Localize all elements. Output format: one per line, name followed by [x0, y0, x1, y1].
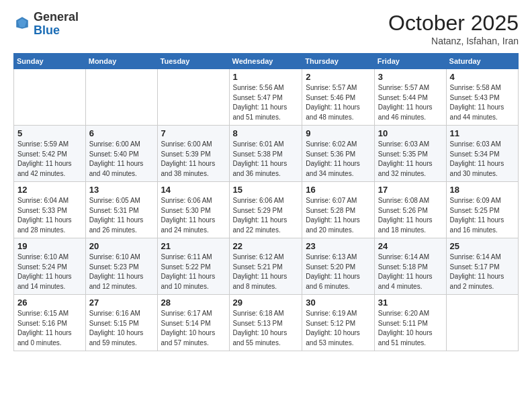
- day-info: Sunrise: 6:19 AM Sunset: 5:12 PM Dayligh…: [306, 309, 371, 348]
- col-tuesday: Tuesday: [157, 54, 229, 69]
- day-number: 10: [378, 128, 443, 138]
- calendar: Sunday Monday Tuesday Wednesday Thursday…: [13, 53, 519, 351]
- day-number: 17: [378, 185, 443, 195]
- calendar-cell: 5Sunrise: 5:59 AM Sunset: 5:42 PM Daylig…: [14, 126, 86, 182]
- calendar-cell: 30Sunrise: 6:19 AM Sunset: 5:12 PM Dayli…: [302, 295, 375, 351]
- calendar-cell: 31Sunrise: 6:20 AM Sunset: 5:11 PM Dayli…: [374, 295, 446, 351]
- day-number: 6: [89, 128, 154, 138]
- col-friday: Friday: [374, 54, 446, 69]
- calendar-cell: 16Sunrise: 6:07 AM Sunset: 5:28 PM Dayli…: [302, 182, 375, 238]
- location: Natanz, Isfahan, Iran: [388, 36, 519, 46]
- day-info: Sunrise: 6:05 AM Sunset: 5:31 PM Dayligh…: [89, 196, 154, 235]
- calendar-week-4: 19Sunrise: 6:10 AM Sunset: 5:24 PM Dayli…: [14, 238, 519, 295]
- day-info: Sunrise: 6:04 AM Sunset: 5:33 PM Dayligh…: [17, 196, 82, 235]
- day-info: Sunrise: 6:15 AM Sunset: 5:16 PM Dayligh…: [17, 309, 82, 348]
- day-info: Sunrise: 6:14 AM Sunset: 5:18 PM Dayligh…: [378, 253, 443, 291]
- day-number: 31: [378, 298, 443, 308]
- day-info: Sunrise: 6:00 AM Sunset: 5:40 PM Dayligh…: [89, 140, 154, 179]
- calendar-cell: [157, 69, 229, 126]
- day-number: 18: [450, 185, 515, 195]
- day-number: 13: [89, 185, 154, 195]
- calendar-cell: [85, 69, 157, 126]
- day-number: 5: [17, 128, 82, 138]
- day-number: 23: [306, 241, 371, 251]
- calendar-cell: 17Sunrise: 6:08 AM Sunset: 5:26 PM Dayli…: [374, 182, 446, 238]
- header: General Blue October 2025 Natanz, Isfaha…: [13, 11, 519, 46]
- calendar-cell: 22Sunrise: 6:12 AM Sunset: 5:21 PM Dayli…: [229, 238, 302, 295]
- day-number: 7: [161, 128, 226, 138]
- day-info: Sunrise: 5:59 AM Sunset: 5:42 PM Dayligh…: [17, 140, 82, 179]
- calendar-cell: 2Sunrise: 5:57 AM Sunset: 5:46 PM Daylig…: [302, 69, 375, 126]
- day-info: Sunrise: 6:18 AM Sunset: 5:13 PM Dayligh…: [233, 309, 299, 348]
- day-number: 9: [306, 128, 371, 138]
- day-info: Sunrise: 6:00 AM Sunset: 5:39 PM Dayligh…: [161, 140, 226, 179]
- calendar-cell: 3Sunrise: 5:57 AM Sunset: 5:44 PM Daylig…: [374, 69, 446, 126]
- day-number: 14: [161, 185, 226, 195]
- day-number: 8: [233, 128, 299, 138]
- calendar-cell: 24Sunrise: 6:14 AM Sunset: 5:18 PM Dayli…: [374, 238, 446, 295]
- logo: General Blue: [13, 11, 79, 38]
- day-info: Sunrise: 6:06 AM Sunset: 5:29 PM Dayligh…: [233, 196, 299, 235]
- col-thursday: Thursday: [302, 54, 375, 69]
- calendar-cell: 29Sunrise: 6:18 AM Sunset: 5:13 PM Dayli…: [229, 295, 302, 351]
- logo-general-text: General: [34, 10, 79, 24]
- calendar-cell: 28Sunrise: 6:17 AM Sunset: 5:14 PM Dayli…: [157, 295, 229, 351]
- day-info: Sunrise: 5:56 AM Sunset: 5:47 PM Dayligh…: [233, 83, 299, 122]
- day-number: 28: [161, 298, 226, 308]
- day-number: 26: [17, 298, 82, 308]
- calendar-cell: [446, 295, 518, 351]
- day-info: Sunrise: 6:20 AM Sunset: 5:11 PM Dayligh…: [378, 309, 443, 348]
- day-info: Sunrise: 5:58 AM Sunset: 5:43 PM Dayligh…: [450, 83, 515, 122]
- calendar-cell: 25Sunrise: 6:14 AM Sunset: 5:17 PM Dayli…: [446, 238, 518, 295]
- calendar-cell: 11Sunrise: 6:03 AM Sunset: 5:34 PM Dayli…: [446, 126, 518, 182]
- calendar-cell: 6Sunrise: 6:00 AM Sunset: 5:40 PM Daylig…: [85, 126, 157, 182]
- calendar-cell: [14, 69, 86, 126]
- day-info: Sunrise: 6:10 AM Sunset: 5:24 PM Dayligh…: [17, 253, 82, 291]
- calendar-cell: 23Sunrise: 6:13 AM Sunset: 5:20 PM Dayli…: [302, 238, 375, 295]
- day-number: 16: [306, 185, 371, 195]
- day-info: Sunrise: 6:01 AM Sunset: 5:38 PM Dayligh…: [233, 140, 299, 179]
- day-number: 30: [306, 298, 371, 308]
- calendar-cell: 15Sunrise: 6:06 AM Sunset: 5:29 PM Dayli…: [229, 182, 302, 238]
- day-number: 29: [233, 298, 299, 308]
- day-info: Sunrise: 6:11 AM Sunset: 5:22 PM Dayligh…: [161, 253, 226, 291]
- day-info: Sunrise: 6:16 AM Sunset: 5:15 PM Dayligh…: [89, 309, 154, 348]
- day-number: 22: [233, 241, 299, 251]
- day-number: 2: [306, 72, 371, 82]
- day-number: 24: [378, 241, 443, 251]
- day-number: 19: [17, 241, 82, 251]
- day-info: Sunrise: 6:08 AM Sunset: 5:26 PM Dayligh…: [378, 196, 443, 235]
- page: General Blue October 2025 Natanz, Isfaha…: [0, 0, 532, 411]
- calendar-cell: 1Sunrise: 5:56 AM Sunset: 5:47 PM Daylig…: [229, 69, 302, 126]
- calendar-week-2: 5Sunrise: 5:59 AM Sunset: 5:42 PM Daylig…: [14, 126, 519, 182]
- day-info: Sunrise: 6:14 AM Sunset: 5:17 PM Dayligh…: [450, 253, 515, 291]
- day-info: Sunrise: 5:57 AM Sunset: 5:44 PM Dayligh…: [378, 83, 443, 122]
- calendar-week-5: 26Sunrise: 6:15 AM Sunset: 5:16 PM Dayli…: [14, 295, 519, 351]
- day-info: Sunrise: 6:17 AM Sunset: 5:14 PM Dayligh…: [161, 309, 226, 348]
- day-info: Sunrise: 6:09 AM Sunset: 5:25 PM Dayligh…: [450, 196, 515, 235]
- calendar-cell: 14Sunrise: 6:06 AM Sunset: 5:30 PM Dayli…: [157, 182, 229, 238]
- calendar-cell: 27Sunrise: 6:16 AM Sunset: 5:15 PM Dayli…: [85, 295, 157, 351]
- col-sunday: Sunday: [14, 54, 86, 69]
- day-number: 27: [89, 298, 154, 308]
- day-info: Sunrise: 6:02 AM Sunset: 5:36 PM Dayligh…: [306, 140, 371, 179]
- calendar-week-3: 12Sunrise: 6:04 AM Sunset: 5:33 PM Dayli…: [14, 182, 519, 238]
- day-number: 3: [378, 72, 443, 82]
- day-info: Sunrise: 6:03 AM Sunset: 5:35 PM Dayligh…: [378, 140, 443, 179]
- day-number: 15: [233, 185, 299, 195]
- calendar-header-row: Sunday Monday Tuesday Wednesday Thursday…: [14, 54, 519, 69]
- day-info: Sunrise: 6:10 AM Sunset: 5:23 PM Dayligh…: [89, 253, 154, 291]
- day-number: 1: [233, 72, 299, 82]
- day-info: Sunrise: 6:06 AM Sunset: 5:30 PM Dayligh…: [161, 196, 226, 235]
- col-saturday: Saturday: [446, 54, 518, 69]
- day-info: Sunrise: 6:03 AM Sunset: 5:34 PM Dayligh…: [450, 140, 515, 179]
- calendar-cell: 8Sunrise: 6:01 AM Sunset: 5:38 PM Daylig…: [229, 126, 302, 182]
- calendar-cell: 7Sunrise: 6:00 AM Sunset: 5:39 PM Daylig…: [157, 126, 229, 182]
- day-info: Sunrise: 6:13 AM Sunset: 5:20 PM Dayligh…: [306, 253, 371, 291]
- title-block: October 2025 Natanz, Isfahan, Iran: [388, 11, 519, 46]
- logo-blue-text: Blue: [34, 24, 60, 37]
- col-monday: Monday: [85, 54, 157, 69]
- calendar-cell: 4Sunrise: 5:58 AM Sunset: 5:43 PM Daylig…: [446, 69, 518, 126]
- day-number: 25: [450, 241, 515, 251]
- month-title: October 2025: [388, 11, 519, 36]
